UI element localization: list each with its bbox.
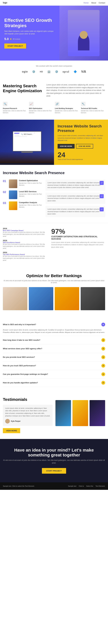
hero-person-graphic — [68, 10, 100, 56]
faq-item-2: How long does it take to see SEO results… — [3, 336, 105, 344]
service-img-2 — [9, 190, 17, 199]
faq-item-7: How do you handle algorithm updates? + — [3, 378, 105, 387]
faq-toggle-6: + — [101, 372, 105, 376]
award-item-2: 2019 SEO Excellence Award At vero eos et… — [3, 240, 47, 250]
award-year-3: 2024 — [3, 252, 47, 254]
faq-answer-1: Answer: Lorem ipsum dolor sit amet, cons… — [3, 329, 105, 336]
faq-section: What is SEO and why is it important? + A… — [0, 316, 108, 392]
laptop-visual: 🔍 SEO Search... — [0, 120, 54, 163]
service-card-2: Lorem ipsum dolor sit amet, consectetur … — [45, 193, 105, 204]
optimize-images — [3, 287, 105, 310]
faq-question-text-2: How long does it take to see SEO results… — [3, 339, 40, 341]
service-list-name-3: Competitor Analysis — [19, 202, 43, 204]
footer-link-4[interactable]: Text Element. — [96, 485, 105, 487]
faq-question-text-1: What is SEO and why is it important? — [3, 323, 36, 326]
nav-links: Home About Contact — [84, 2, 105, 4]
navbar: logo Home About Contact — [0, 0, 108, 6]
service-num-2: 02 — [3, 190, 7, 194]
service-desc-1: Sample text. Click to select the Text El… — [3, 110, 27, 114]
mastering-desc: Lorem ipsum dolor sit amet, consectetur … — [46, 84, 105, 98]
nav-logo: logo — [3, 2, 7, 4]
increase-banner-desc: Lorem ipsum dolor sit amet, consectetur … — [58, 134, 105, 142]
faq-question-7[interactable]: How do you handle algorithm updates? + — [3, 378, 105, 387]
faq-question-4[interactable]: Do you provide local SEO services? + — [3, 353, 105, 361]
faq-question-text-7: How do you handle algorithm updates? — [3, 382, 38, 384]
increase-banner-buttons: HOW WE WORK HOW WE MORE — [58, 144, 105, 148]
years-label: Years of full-Time & total experience — [58, 158, 105, 160]
service-name-2: SEO Optimization — [29, 108, 53, 109]
author-name-1: Kyle Parper — [11, 420, 21, 422]
service-name-1: Keyword Research — [3, 108, 27, 109]
hero-section: Effective SEO Growth Strategies Nam libe… — [0, 6, 108, 60]
services-list-container: 01 Content Optimization Sample text. Cli… — [3, 180, 105, 217]
service-desc-4: Sample text. Click to select the Text El… — [81, 110, 105, 114]
service-card-3: Lorem ipsum dolor sit amet, consectetur … — [45, 206, 105, 217]
stat-title: CUSTOMER SATISFACTION AND STRATEGICAL SU… — [51, 236, 105, 240]
faq-question-1[interactable]: What is SEO and why is it important? + — [3, 320, 105, 329]
audit-icon: 🔧 — [81, 102, 86, 106]
testimonial-right — [55, 397, 105, 426]
star-icon: ★ — [10, 38, 12, 40]
hero-right — [59, 6, 108, 60]
faq-toggle-7: + — [101, 381, 105, 385]
partner-logo-7: 🔷 — [74, 70, 77, 73]
faq-item-3: What services does your SEO agency offer… — [3, 344, 105, 353]
testimonials-cta: VIEW MORE — [3, 428, 53, 433]
service-card-text-1: Lorem ipsum dolor sit amet, consectetur … — [48, 182, 103, 189]
years-count-display: 24 Years of full-Time & total experience — [58, 152, 105, 160]
nav-contact[interactable]: Contact — [99, 2, 105, 4]
view-more-button[interactable]: VIEW MORE — [3, 428, 20, 433]
hero-left: Effective SEO Growth Strategies Nam libe… — [0, 6, 59, 60]
award-name-1: Best SEO Campaign Award — [3, 230, 47, 231]
footer-inner: Sample text. Click to select the Text El… — [3, 485, 105, 487]
faq-question-5[interactable]: How do you track SEO performance? + — [3, 362, 105, 370]
footer-copy: Sample text. Click to select the Text El… — [3, 485, 35, 487]
service-content-2: Local SEO Services Sample text. Click to… — [19, 190, 43, 197]
services-list-right: Lorem ipsum dolor sit amet, consectetur … — [45, 180, 105, 217]
increase2-title: Increase Website Search Presence — [3, 171, 105, 175]
hero-image — [59, 6, 108, 60]
how-we-work-button[interactable]: HOW WE WORK — [58, 144, 75, 148]
partner-logo-3: HD — [40, 70, 43, 73]
service-item-4: 🔧 Technical SEO Audits Sample text. Clic… — [81, 102, 105, 114]
footer-link-2[interactable]: Click to — [79, 485, 84, 487]
increase-banner-title: Increase Website Search Presence — [58, 124, 105, 133]
faq-toggle-2: + — [101, 338, 105, 342]
nav-about[interactable]: About — [91, 2, 96, 4]
optimize-img-3 — [55, 287, 79, 310]
service-item-2: 📈 SEO Optimization Sample text. Click to… — [29, 102, 53, 114]
service-list-desc-2: Sample text. Click to select the Text El… — [19, 193, 43, 197]
footer-link-3[interactable]: Select the — [86, 485, 93, 487]
testimonial-img-1 — [55, 400, 71, 426]
service-list-desc-3: Sample text. Click to select the Text El… — [19, 204, 43, 208]
faq-question-2[interactable]: How long does it take to see SEO results… — [3, 336, 105, 344]
service-img-3 — [9, 202, 17, 210]
faq-item-5: How do you track SEO performance? + — [3, 362, 105, 370]
hands-overlay — [0, 152, 54, 163]
testimonial-images — [55, 400, 105, 426]
nav-home[interactable]: Home — [84, 2, 89, 4]
award-desc-2: At vero eos et accusam et justo duo dolo… — [3, 243, 47, 250]
award-name-3: Top SEO Performance Award — [3, 254, 47, 255]
cta-button[interactable]: START PROJECT — [42, 468, 66, 474]
footer-link-1[interactable]: Sample text — [68, 485, 76, 487]
partner-logo-8: ℕℝ — [81, 70, 86, 74]
service-list-item-2: 02 Local SEO Services Sample text. Click… — [3, 190, 43, 199]
award-item-3: 2024 Top SEO Performance Award At vero e… — [3, 252, 47, 262]
hero-cta-button[interactable]: START PROJECT — [4, 44, 26, 48]
award-desc-3: At vero eos et accusam et justo duo dolo… — [3, 255, 47, 262]
testimonial-text-1: Lorem ipsum dolor sit amet, consectetur … — [5, 407, 50, 417]
how-we-more-button[interactable]: HOW WE MORE — [76, 144, 93, 148]
footer: Sample text. Click to select the Text El… — [0, 482, 108, 490]
mastering-left: Mastering Search Engine Optimization — [3, 84, 42, 98]
service-list-desc-1: Sample text. Click to select the Text El… — [19, 182, 43, 186]
faq-question-6[interactable]: Can you guarantee first-page rankings on… — [3, 370, 105, 378]
faq-question-text-6: Can you guarantee first-page rankings on… — [3, 373, 48, 375]
faq-question-3[interactable]: What services does your SEO agency offer… — [3, 344, 105, 353]
services-list-left: 01 Content Optimization Sample text. Cli… — [3, 180, 43, 217]
rating-count: 48 reviews — [13, 38, 20, 40]
partner-logo-2: ⚙️ — [32, 70, 35, 73]
stat-percentage: 97% — [51, 228, 105, 236]
faq-question-text-5: How do you track SEO performance? — [3, 364, 36, 367]
service-card-text-3: Lorem ipsum dolor sit amet, consectetur … — [48, 208, 103, 215]
